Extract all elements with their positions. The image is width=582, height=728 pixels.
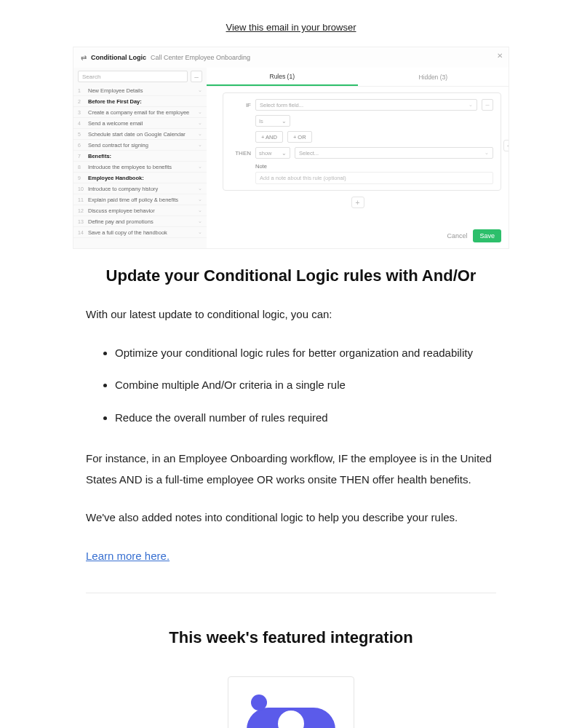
notes-paragraph: We've also added notes into conditional … (86, 507, 496, 529)
step-label: Save a full copy of the handbook (85, 229, 198, 236)
conditional-logic-title: Conditional Logic (91, 54, 146, 61)
and-button[interactable]: + AND (255, 131, 283, 143)
chevron-down-icon: ⌄ (282, 150, 287, 157)
list-item[interactable]: 12Discuss employee behavior⌄ (73, 205, 207, 216)
chevron-down-icon: ⌄ (198, 207, 202, 213)
action-label: show (259, 150, 272, 157)
hero-screenshot: ⇄ Conditional Logic Call Center Employee… (73, 47, 509, 249)
hero-tabs: Rules (1) Hidden (3) (207, 68, 509, 87)
then-label: THEN (231, 150, 251, 157)
shuffle-icon: ⇄ (81, 54, 87, 62)
step-number: 3 (78, 110, 85, 115)
add-rule-side-button[interactable]: + (503, 140, 509, 151)
bullet-item: Optimize your conditional logic rules fo… (115, 343, 496, 364)
action-select[interactable]: show ⌄ (255, 147, 290, 159)
list-item[interactable]: 5Schedule start date on Google Calendar⌄ (73, 129, 207, 140)
chevron-down-icon: ⌄ (198, 197, 202, 202)
target-select[interactable]: Select... ⌄ (295, 147, 493, 159)
chevron-down-icon: ⌄ (198, 131, 202, 137)
remove-condition-button[interactable]: – (482, 99, 493, 111)
bullet-item: Reduce the overall number of rules requi… (115, 408, 496, 429)
list-item[interactable]: 13Define pay and promotions⌄ (73, 216, 207, 227)
save-button[interactable]: Save (473, 229, 501, 242)
form-field-select[interactable]: Select form field... ⌄ (255, 99, 477, 111)
or-button[interactable]: + OR (287, 131, 312, 143)
step-number: 7 (78, 154, 85, 159)
bullet-item: Combine multiple And/Or criteria in a si… (115, 375, 496, 396)
chevron-down-icon: ⌄ (198, 218, 202, 224)
list-item[interactable]: 3Create a company email for the employee… (73, 107, 207, 118)
step-label: Create a company email for the employee (85, 109, 198, 116)
chevron-down-icon: ⌄ (469, 102, 473, 108)
step-number: 5 (78, 132, 85, 137)
list-item[interactable]: 14Save a full copy of the handbook⌄ (73, 227, 207, 238)
integration-icon (247, 695, 335, 728)
chevron-down-icon: ⌄ (198, 142, 202, 148)
hero-sidebar: Search – 1New Employee Details⌄2Before t… (73, 68, 207, 248)
add-rule-below-button[interactable]: + (351, 197, 364, 208)
chevron-down-icon: ⌄ (485, 150, 489, 156)
workflow-name: Call Center Employee Onboarding (151, 54, 250, 61)
steps-list: 1New Employee Details⌄2Before the First … (73, 85, 207, 238)
step-number: 1 (78, 88, 85, 93)
step-label: Benefits: (85, 153, 202, 159)
list-item[interactable]: 11Explain paid time off policy & benefit… (73, 194, 207, 205)
step-label: Discuss employee behavior (85, 207, 198, 214)
step-number: 14 (78, 230, 85, 235)
collapse-button[interactable]: – (191, 71, 202, 82)
step-label: Before the First Day: (85, 98, 202, 105)
hero-main: Rules (1) Hidden (3) IF Select form fiel… (207, 68, 509, 248)
step-number: 10 (78, 186, 85, 191)
integration-card[interactable] (228, 676, 354, 728)
learn-more-link[interactable]: Learn more here. (86, 550, 170, 562)
step-number: 6 (78, 143, 85, 148)
comparator-label: Is (259, 118, 263, 124)
comparator-select[interactable]: Is ⌄ (255, 115, 290, 127)
view-in-browser-link[interactable]: View this email in your browser (226, 22, 356, 33)
step-number: 9 (78, 175, 85, 181)
step-number: 4 (78, 121, 85, 126)
example-paragraph: For instance, in an Employee Onboarding … (86, 448, 496, 490)
list-item[interactable]: 4Send a welcome email⌄ (73, 118, 207, 129)
step-number: 8 (78, 165, 85, 170)
form-field-placeholder: Select form field... (260, 102, 303, 108)
step-label: Send contract for signing (85, 142, 198, 149)
step-label: Employee Handbook: (85, 175, 202, 181)
list-item[interactable]: 9Employee Handbook: (73, 173, 207, 183)
step-label: Introduce to company history (85, 186, 198, 192)
bullet-list: Optimize your conditional logic rules fo… (115, 343, 496, 429)
hero-actions: Cancel Save (447, 229, 501, 242)
article-body: With our latest update to conditional lo… (86, 304, 496, 566)
step-label: Introduce the employee to benefits (85, 164, 198, 170)
step-label: Define pay and promotions (85, 218, 198, 225)
view-in-browser-row: View this email in your browser (0, 0, 582, 47)
list-item[interactable]: 2Before the First Day: (73, 96, 207, 107)
list-item[interactable]: 1New Employee Details⌄ (73, 85, 207, 96)
note-input[interactable]: Add a note about this rule (optional) (255, 172, 493, 184)
article-headline: Update your Conditional Logic rules with… (0, 266, 582, 285)
integration-headline: This week's featured integration (0, 628, 582, 647)
close-icon[interactable]: ✕ (497, 52, 503, 60)
chevron-down-icon: ⌄ (198, 229, 202, 235)
step-label: Explain paid time off policy & benefits (85, 197, 198, 203)
if-label: IF (231, 102, 251, 108)
search-input[interactable]: Search (78, 71, 188, 82)
step-label: Schedule start date on Google Calendar (85, 131, 198, 138)
section-divider (86, 593, 496, 593)
intro-paragraph: With our latest update to conditional lo… (86, 304, 496, 325)
tab-rules[interactable]: Rules (1) (207, 68, 358, 86)
list-item[interactable]: 8Introduce the employee to benefits⌄ (73, 162, 207, 173)
list-item[interactable]: 6Send contract for signing⌄ (73, 140, 207, 151)
list-item[interactable]: 10Introduce to company history⌄ (73, 183, 207, 194)
tab-hidden[interactable]: Hidden (3) (358, 69, 509, 85)
chevron-down-icon: ⌄ (198, 87, 202, 93)
step-label: Send a welcome email (85, 120, 198, 127)
list-item[interactable]: 7Benefits: (73, 151, 207, 162)
chevron-down-icon: ⌄ (198, 120, 202, 126)
step-number: 11 (78, 197, 85, 202)
cancel-button[interactable]: Cancel (447, 232, 467, 240)
step-label: New Employee Details (85, 87, 198, 94)
note-label: Note (255, 163, 493, 170)
target-placeholder: Select... (299, 150, 319, 157)
hero-header: ⇄ Conditional Logic Call Center Employee… (73, 47, 509, 68)
